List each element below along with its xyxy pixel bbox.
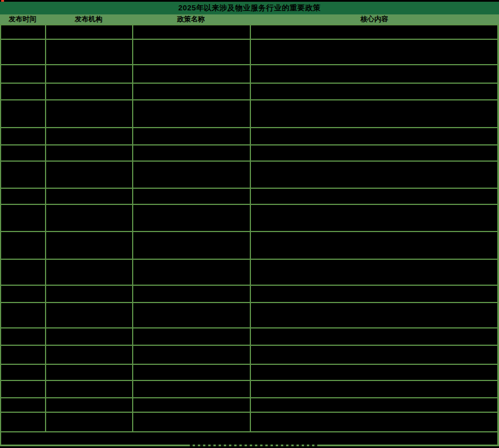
cell-release-date [1,260,46,286]
cell-policy-name [133,413,251,432]
table-row [1,365,497,381]
cell-policy-name [133,381,251,398]
cell-issuing-agency [46,260,133,286]
cell-policy-name [133,128,251,145]
cell-release-date [1,162,46,189]
cell-policy-name [133,286,251,303]
table-row [1,40,497,65]
cell-issuing-agency [46,162,133,189]
cell-core-content [251,65,497,84]
cell-issuing-agency [46,84,133,100]
table-row [1,145,497,162]
cell-core-content [251,381,497,398]
cell-release-date [1,25,46,40]
cell-core-content [251,145,497,162]
cell-policy-name [133,346,251,365]
cell-policy-name [133,40,251,65]
cell-core-content [251,413,497,432]
table-row [1,162,497,189]
column-header-row: 发布时间 发布机构 政策名称 核心内容 [0,14,499,24]
cell-policy-name [133,100,251,128]
cell-policy-name [133,365,251,381]
table-row [1,328,497,346]
table-row [1,303,497,328]
cell-release-date [1,286,46,303]
table-row [1,398,497,413]
cell-release-date [1,328,46,346]
cell-core-content [251,25,497,40]
cell-core-content [251,100,497,128]
cell-release-date [1,381,46,398]
cell-issuing-agency [46,25,133,40]
table-row [1,232,497,260]
cell-core-content [251,84,497,100]
cell-release-date [1,346,46,365]
cell-issuing-agency [46,232,133,260]
header-release-date: 发布时间 [0,14,45,24]
cell-core-content [251,260,497,286]
cell-core-content [251,398,497,413]
cell-issuing-agency [46,205,133,232]
table-footer-band [0,432,499,446]
header-policy-name: 政策名称 [132,14,250,24]
table-row [1,286,497,303]
cell-release-date [1,84,46,100]
cell-policy-name [133,162,251,189]
top-border-strip [0,0,499,2]
cell-issuing-agency [46,40,133,65]
red-corner-marker-icon [1,0,4,2]
table-row [1,205,497,232]
cell-policy-name [133,84,251,100]
cell-release-date [1,413,46,432]
cell-policy-name [133,25,251,40]
table-body [0,24,499,432]
cell-policy-name [133,260,251,286]
cell-issuing-agency [46,100,133,128]
policy-table-figure: 2025年以来涉及物业服务行业的重要政策 发布时间 发布机构 政策名称 核心内容 [0,0,499,448]
cell-release-date [1,303,46,328]
cell-core-content [251,232,497,260]
table-row [1,25,497,40]
cell-issuing-agency [46,365,133,381]
cell-release-date [1,365,46,381]
cell-core-content [251,205,497,232]
table-row [1,128,497,145]
table-row [1,381,497,398]
cell-core-content [251,189,497,205]
cell-policy-name [133,328,251,346]
cell-release-date [1,128,46,145]
cell-policy-name [133,232,251,260]
table-title: 2025年以来涉及物业服务行业的重要政策 [178,3,321,13]
cell-core-content [251,346,497,365]
cell-core-content [251,328,497,346]
cell-issuing-agency [46,413,133,432]
cell-core-content [251,286,497,303]
cell-policy-name [133,303,251,328]
cell-policy-name [133,65,251,84]
cell-issuing-agency [46,381,133,398]
table-row [1,346,497,365]
cell-release-date [1,40,46,65]
table-row [1,189,497,205]
table-row [1,84,497,100]
table-row [1,65,497,84]
cell-release-date [1,65,46,84]
cell-core-content [251,162,497,189]
table-row [1,100,497,128]
header-issuing-agency: 发布机构 [45,14,132,24]
table-row [1,413,497,432]
table-title-band: 2025年以来涉及物业服务行业的重要政策 [0,2,499,14]
cell-issuing-agency [46,128,133,145]
cell-issuing-agency [46,145,133,162]
cell-core-content [251,303,497,328]
table-row [1,260,497,286]
cell-issuing-agency [46,303,133,328]
cell-issuing-agency [46,65,133,84]
cell-issuing-agency [46,398,133,413]
cell-policy-name [133,398,251,413]
cell-release-date [1,100,46,128]
cell-core-content [251,365,497,381]
cell-issuing-agency [46,328,133,346]
cell-release-date [1,232,46,260]
cell-core-content [251,128,497,145]
